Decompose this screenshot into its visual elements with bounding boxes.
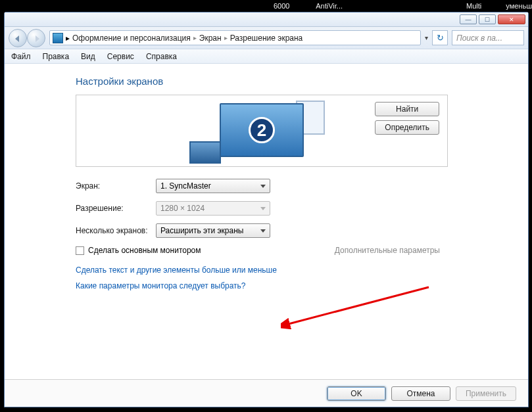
text-size-link[interactable]: Сделать текст и другие элементы больше и… xyxy=(76,265,521,275)
maximize-button[interactable]: ☐ xyxy=(479,14,496,24)
page-title: Настройки экранов xyxy=(76,76,521,87)
menu-service[interactable]: Сервис xyxy=(107,52,134,61)
screen-select-value: 1. SyncMaster xyxy=(160,181,211,191)
address-bar[interactable]: ▸ Оформление и персонализация▸ Экран▸ Ра… xyxy=(49,30,421,45)
cancel-button[interactable]: Отмена xyxy=(391,386,450,401)
find-button[interactable]: Найти xyxy=(375,102,439,116)
refresh-button[interactable]: ↻ xyxy=(432,30,448,45)
resolution-select[interactable]: 1280 × 1024 xyxy=(156,201,270,216)
advanced-settings-link[interactable]: Дополнительные параметры xyxy=(335,246,440,255)
breadcrumb-segment[interactable]: Оформление и персонализация▸ xyxy=(72,34,197,43)
content-area: Настройки экранов 2 Найти Определить Экр… xyxy=(5,64,528,290)
apply-button[interactable]: Применить xyxy=(456,386,516,401)
nav-forward-button[interactable] xyxy=(27,29,45,47)
svg-line-0 xyxy=(286,287,429,325)
nav-back-button[interactable] xyxy=(9,29,27,47)
multi-display-select[interactable]: Расширить эти экраны xyxy=(156,223,270,238)
make-primary-label: Сделать основным монитором xyxy=(88,246,201,255)
chevron-down-icon xyxy=(260,207,266,210)
control-panel-window: — ☐ ✕ ▸ Оформление и персонализация▸ Экр… xyxy=(4,12,529,407)
annotation-arrow xyxy=(281,284,432,330)
screen-select[interactable]: 1. SyncMaster xyxy=(156,179,270,193)
taskbar-item[interactable]: 6000 series xyxy=(274,1,297,12)
chevron-down-icon xyxy=(260,229,266,233)
display-arrangement[interactable]: 2 xyxy=(203,99,321,162)
desktop-taskbar: 6000 series AntiVir... Multi Ma... умень… xyxy=(0,0,532,12)
monitor-thumb-extra[interactable] xyxy=(189,141,221,164)
search-input[interactable]: Поиск в па... xyxy=(452,30,524,45)
taskbar-item[interactable]: Multi Ma... xyxy=(466,1,487,12)
dialog-footer: OK Отмена Применить xyxy=(5,379,528,407)
control-panel-icon xyxy=(53,33,63,43)
breadcrumb-segment[interactable]: Экран▸ xyxy=(199,34,228,43)
breadcrumb-segment[interactable]: Разрешение экрана xyxy=(230,34,303,43)
taskbar-item[interactable]: уменьш xyxy=(506,1,532,12)
titlebar: — ☐ ✕ xyxy=(5,12,528,27)
menu-file[interactable]: Файл xyxy=(11,52,31,61)
chevron-down-icon xyxy=(260,185,266,188)
close-button[interactable]: ✕ xyxy=(498,14,525,24)
make-primary-checkbox[interactable] xyxy=(76,246,84,255)
menubar: Файл Правка Вид Сервис Справка xyxy=(5,49,528,64)
menu-view[interactable]: Вид xyxy=(81,52,95,61)
resolution-label: Разрешение: xyxy=(76,204,156,213)
navigation-bar: ▸ Оформление и персонализация▸ Экран▸ Ра… xyxy=(5,27,528,49)
menu-help[interactable]: Справка xyxy=(146,52,177,61)
refresh-icon: ↻ xyxy=(437,33,444,43)
monitor-thumb-primary[interactable]: 2 xyxy=(220,103,304,157)
minimize-button[interactable]: — xyxy=(460,14,477,24)
menu-edit[interactable]: Правка xyxy=(43,52,70,61)
ok-button[interactable]: OK xyxy=(327,386,386,401)
taskbar-item[interactable]: AntiVir... xyxy=(316,1,343,12)
resolution-select-value: 1280 × 1024 xyxy=(160,204,205,213)
multi-display-select-value: Расширить эти экраны xyxy=(160,226,243,235)
detect-button[interactable]: Определить xyxy=(375,120,439,135)
multi-display-label: Несколько экранов: xyxy=(76,226,156,235)
display-preview-box: 2 Найти Определить xyxy=(76,95,448,167)
chevron-down-icon[interactable]: ▾ xyxy=(425,34,428,41)
screen-label: Экран: xyxy=(76,181,156,191)
which-settings-link[interactable]: Какие параметры монитора следует выбрать… xyxy=(76,281,521,290)
monitor-number-badge: 2 xyxy=(249,117,275,143)
chevron-right-icon: ▸ xyxy=(66,34,70,43)
